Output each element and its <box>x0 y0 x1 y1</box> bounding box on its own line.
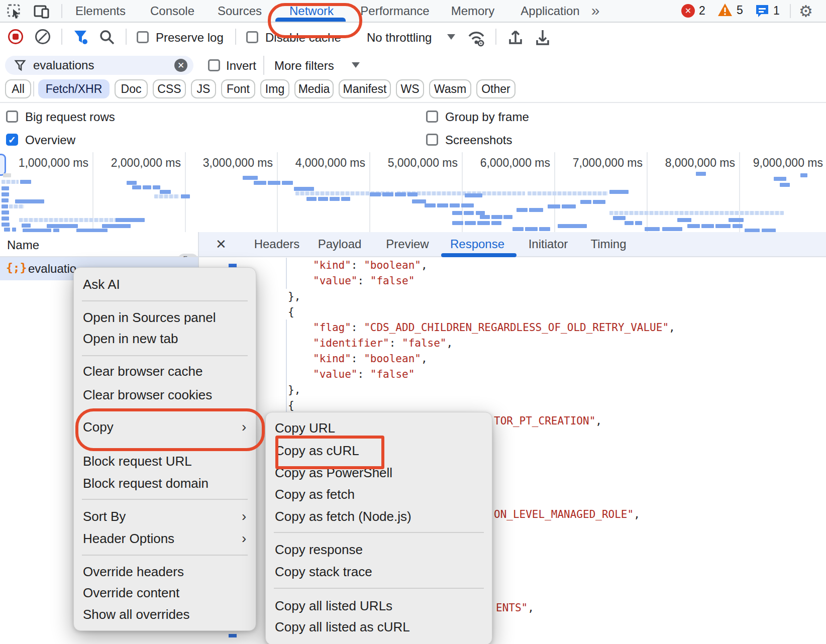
export-har-icon[interactable] <box>534 28 552 46</box>
json-string: "false" <box>402 337 447 349</box>
json-punctuation: , <box>421 259 428 271</box>
clear-network-log-icon[interactable] <box>35 29 50 44</box>
json-string: "kind" <box>313 353 351 365</box>
inspect-icon[interactable] <box>7 4 22 19</box>
detail-tab-response[interactable]: Response <box>450 232 504 256</box>
chip-media[interactable]: Media <box>294 79 334 98</box>
copy-submenu-item-copy-as-powershell[interactable]: Copy as PowerShell <box>275 465 392 481</box>
tab-memory[interactable]: Memory <box>451 0 495 22</box>
context-menu-item-override-headers[interactable]: Override headers <box>83 564 184 580</box>
detail-tab-preview[interactable]: Preview <box>386 232 429 256</box>
message-status[interactable]: 1 <box>755 4 780 18</box>
context-menu-item-header-options[interactable]: Header Options <box>83 531 174 547</box>
search-icon[interactable] <box>98 29 116 46</box>
chip-wasm[interactable]: Wasm <box>429 79 471 98</box>
device-toolbar-icon[interactable] <box>33 4 50 19</box>
context-menu-item-open-in-sources-panel[interactable]: Open in Sources panel <box>83 310 216 326</box>
chip-img[interactable]: Img <box>260 79 289 98</box>
screenshots-checkbox[interactable] <box>426 134 438 146</box>
copy-submenu-item-copy-stack-trace[interactable]: Copy stack trace <box>275 564 372 580</box>
request-name: evaluatio <box>28 262 76 276</box>
detail-tab-timing[interactable]: Timing <box>590 232 626 256</box>
copy-submenu-item-copy-as-curl[interactable]: Copy as cURL <box>275 443 359 459</box>
disable-cache-checkbox[interactable] <box>246 31 258 43</box>
context-menu-item-clear-browser-cache[interactable]: Clear browser cache <box>83 364 202 379</box>
throttling-caret-icon[interactable] <box>447 34 455 40</box>
copy-submenu-item-copy-as-fetch-node-js-[interactable]: Copy as fetch (Node.js) <box>275 509 411 524</box>
copy-submenu-item-copy-all-listed-as-curl[interactable]: Copy all listed as cURL <box>275 619 410 635</box>
more-filters-caret-icon[interactable] <box>352 62 360 68</box>
context-menu-item-sort-by[interactable]: Sort By <box>83 509 126 524</box>
chip-all[interactable]: All <box>5 79 31 98</box>
network-conditions-icon[interactable] <box>466 28 486 47</box>
detail-tab-initiator[interactable]: Initiator <box>529 232 568 256</box>
chip-doc[interactable]: Doc <box>115 79 148 98</box>
context-menu-item-open-in-new-tab[interactable]: Open in new tab <box>83 331 178 347</box>
code-line: "flag": "CDS_ADD_CHILDREN_REGARDLESS_OF_… <box>313 321 675 334</box>
record-stop-icon[interactable] <box>8 29 23 44</box>
throttling-select[interactable]: No throttling <box>367 31 432 45</box>
context-menu-item-block-request-domain[interactable]: Block request domain <box>83 476 209 491</box>
context-menu-item-show-all-overrides[interactable]: Show all overrides <box>83 607 189 622</box>
copy-submenu-item-copy-url[interactable]: Copy URL <box>275 420 335 436</box>
tab-sources[interactable]: Sources <box>218 0 262 22</box>
detail-tab-payload[interactable]: Payload <box>318 232 362 256</box>
chip-other[interactable]: Other <box>476 79 515 98</box>
clear-filter-icon[interactable]: ✕ <box>174 59 187 72</box>
toolbar-divider <box>790 4 791 18</box>
chip-ws[interactable]: WS <box>396 79 424 98</box>
waterfall-bar <box>580 200 591 204</box>
waterfall-bar <box>318 197 328 201</box>
invert-checkbox[interactable] <box>208 59 220 71</box>
json-punctuation: { <box>288 399 294 411</box>
warning-status[interactable]: 5 <box>717 3 743 17</box>
chip-font[interactable]: Font <box>221 79 255 98</box>
code-line: ENTS", <box>496 602 534 614</box>
import-har-icon[interactable] <box>506 28 525 46</box>
more-filters-button[interactable]: More filters <box>274 59 334 73</box>
waterfall-bar <box>491 221 501 225</box>
close-detail-icon[interactable]: ✕ <box>216 232 227 256</box>
group-by-frame-checkbox[interactable] <box>426 111 438 123</box>
devtools-tabbar: ✕ 2 5 1 ⚙ » ElementsConsoleSourcesNetwor… <box>0 0 826 23</box>
chip-fetch-xhr[interactable]: Fetch/XHR <box>38 79 110 98</box>
context-menu-item-block-request-url[interactable]: Block request URL <box>83 454 192 469</box>
overview-checkbox[interactable]: ✓ <box>6 134 18 146</box>
console-status[interactable]: ✕ 2 <box>681 4 705 18</box>
copy-submenu-item-copy-as-fetch[interactable]: Copy as fetch <box>275 487 355 502</box>
context-menu-item-override-content[interactable]: Override content <box>83 585 179 601</box>
chip-css[interactable]: CSS <box>153 79 186 98</box>
preserve-log-checkbox[interactable] <box>137 31 149 43</box>
tab-elements[interactable]: Elements <box>75 0 126 22</box>
tab-network[interactable]: Network <box>289 0 334 22</box>
name-column-header[interactable]: Name <box>0 232 199 257</box>
waterfall-bar <box>529 208 543 212</box>
copy-submenu-item-copy-response[interactable]: Copy response <box>275 542 363 558</box>
settings-gear-icon[interactable]: ⚙ <box>799 2 813 21</box>
warning-count: 5 <box>737 4 743 17</box>
chip-manifest[interactable]: Manifest <box>339 79 391 98</box>
context-menu-item-clear-browser-cookies[interactable]: Clear browser cookies <box>83 387 212 403</box>
chip-js[interactable]: JS <box>191 79 216 98</box>
context-menu-item-copy[interactable]: Copy <box>83 419 114 435</box>
overview-timeline[interactable]: 1,000,000 ms2,000,000 ms3,000,000 ms4,00… <box>0 152 826 233</box>
filter-input[interactable]: evaluations ✕ <box>5 56 193 75</box>
copy-submenu-item-copy-all-listed-urls[interactable]: Copy all listed URLs <box>275 598 392 614</box>
waterfall-bar <box>102 224 131 228</box>
context-menu-item-ask-ai[interactable]: Ask AI <box>83 277 120 292</box>
json-punctuation: , <box>528 602 534 614</box>
code-line: { <box>288 306 294 318</box>
toolbar-divider <box>126 29 127 45</box>
big-request-rows-checkbox[interactable] <box>6 111 18 123</box>
copy-submenu-item-copy-all-listed-as-powershell[interactable]: Copy all listed as PowerShell <box>275 641 443 644</box>
context-menu-separator <box>82 555 248 556</box>
filter-icon-active[interactable] <box>72 29 90 46</box>
detail-tab-headers[interactable]: Headers <box>254 232 300 256</box>
tab-application[interactable]: Application <box>521 0 579 22</box>
tab-performance[interactable]: Performance <box>360 0 429 22</box>
tab-console[interactable]: Console <box>150 0 194 22</box>
more-tabs-icon[interactable]: » <box>591 2 600 19</box>
overview-window-handle[interactable] <box>0 154 6 176</box>
waterfall-bar <box>539 227 550 231</box>
waterfall-bar <box>477 221 490 225</box>
